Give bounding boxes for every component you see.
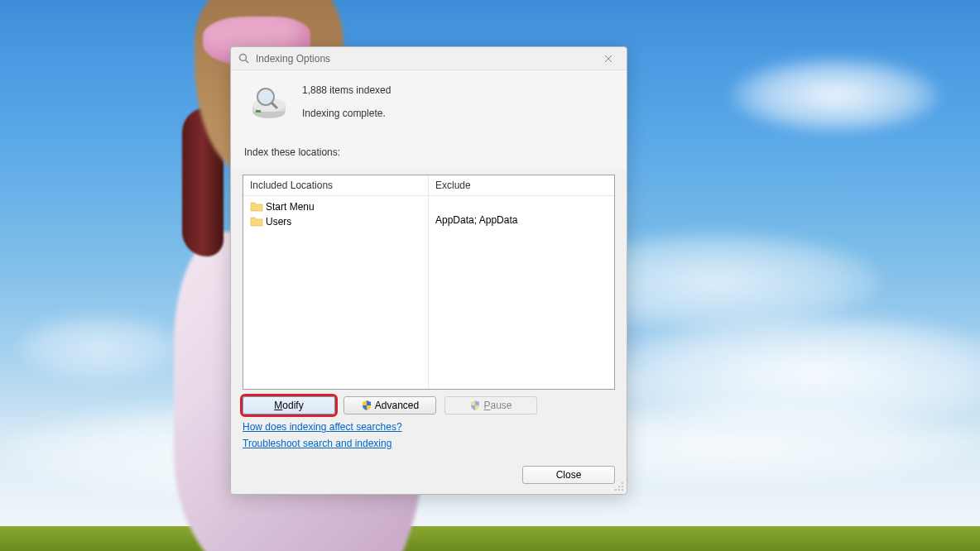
svg-point-11 xyxy=(622,486,623,487)
how-indexing-link[interactable]: How does indexing affect searches? xyxy=(243,421,615,433)
items-indexed-text: 1,888 items indexed xyxy=(302,84,391,96)
folder-icon xyxy=(250,216,263,228)
pause-button: Pause xyxy=(444,396,537,414)
list-item[interactable]: Start Menu xyxy=(250,199,421,214)
resize-grip-icon[interactable] xyxy=(614,482,624,491)
shield-icon xyxy=(469,400,481,411)
modify-button[interactable]: Modify xyxy=(243,396,335,414)
svg-point-15 xyxy=(615,489,617,491)
locations-label: Index these locations: xyxy=(244,146,615,158)
close-button[interactable]: Close xyxy=(522,466,615,484)
folder-icon xyxy=(250,201,263,213)
list-item[interactable]: Users xyxy=(250,214,421,229)
column-header-exclude[interactable]: Exclude xyxy=(429,175,614,195)
svg-point-14 xyxy=(618,489,620,491)
titlebar[interactable]: Indexing Options xyxy=(231,47,627,70)
dialog-title: Indexing Options xyxy=(256,53,597,65)
advanced-button[interactable]: Advanced xyxy=(343,396,436,414)
magnifier-app-icon xyxy=(238,52,251,65)
location-name: Start Menu xyxy=(266,201,315,213)
exclude-value: AppData; AppData xyxy=(435,214,608,226)
index-status-area: 1,888 items indexed Indexing complete. I… xyxy=(231,70,627,170)
shield-icon xyxy=(361,400,372,411)
column-header-included[interactable]: Included Locations xyxy=(243,175,429,195)
svg-point-0 xyxy=(240,54,247,60)
svg-point-13 xyxy=(622,489,623,491)
troubleshoot-link[interactable]: Troubleshoot search and indexing xyxy=(243,438,615,449)
drive-magnifier-icon xyxy=(249,82,289,122)
close-icon[interactable] xyxy=(597,50,620,67)
location-name: Users xyxy=(266,216,291,228)
indexing-status-text: Indexing complete. xyxy=(302,108,391,119)
locations-table: Included Locations Exclude Start Menu xyxy=(243,175,615,390)
svg-point-10 xyxy=(622,482,623,484)
svg-point-12 xyxy=(618,486,620,487)
svg-rect-7 xyxy=(256,110,261,113)
indexing-options-dialog: Indexing Options 1,888 items inde xyxy=(230,46,627,495)
svg-line-1 xyxy=(246,60,249,63)
